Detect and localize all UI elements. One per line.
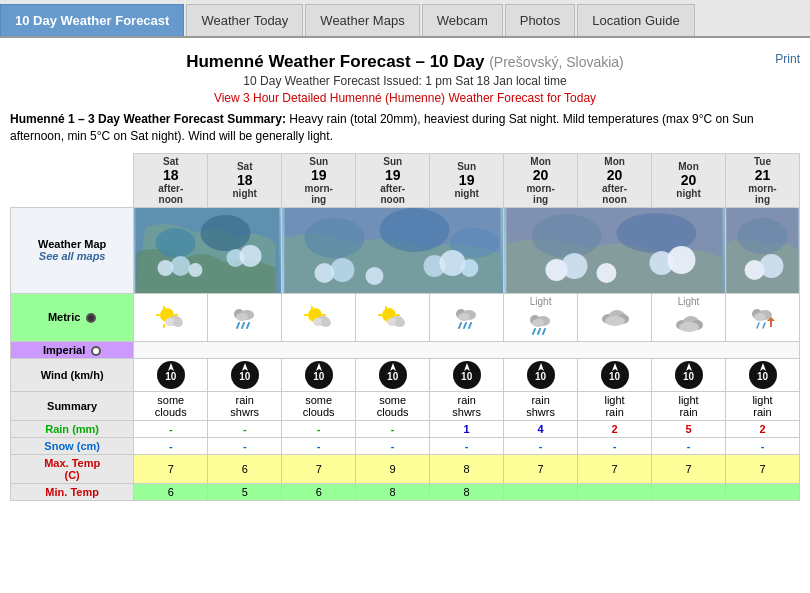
mintemp-5	[504, 483, 578, 500]
wind-arrow-6	[601, 361, 629, 389]
col-header-6: Mon 20 after-noon	[578, 153, 652, 207]
tab-webcam[interactable]: Webcam	[422, 4, 503, 36]
summary-label-cell: Summary	[11, 391, 134, 420]
imperial-radio[interactable]	[91, 346, 101, 356]
svg-marker-86	[390, 363, 396, 371]
summary-7: lightrain	[652, 391, 726, 420]
see-all-maps-link[interactable]: See all maps	[39, 250, 106, 262]
tab-location[interactable]: Location Guide	[577, 4, 694, 36]
print-link[interactable]: Print	[775, 52, 800, 66]
snow-8: -	[726, 437, 800, 454]
icon-col-2	[282, 293, 356, 341]
maxtemp-3: 9	[356, 454, 430, 483]
svg-point-10	[380, 208, 450, 252]
svg-rect-45	[311, 306, 313, 310]
mintemp-0: 6	[134, 483, 208, 500]
svg-point-37	[173, 319, 183, 327]
svg-point-17	[461, 259, 479, 277]
svg-line-42	[242, 323, 244, 328]
svg-point-19	[532, 214, 602, 258]
weather-map-label: Weather Map	[12, 238, 132, 250]
mintemp-8	[726, 483, 800, 500]
mintemp-1: 5	[208, 483, 282, 500]
rain-5: 4	[504, 420, 578, 437]
mintemp-6	[578, 483, 652, 500]
svg-point-29	[760, 254, 784, 278]
svg-point-5	[189, 263, 203, 277]
svg-point-4	[171, 256, 191, 276]
metric-imperial-row: Metric	[11, 293, 800, 341]
svg-point-57	[395, 319, 405, 327]
min-temp-row: Min. Temp 6 5 6 8 8	[11, 483, 800, 500]
weather-icon-6	[599, 301, 631, 333]
svg-point-2	[201, 215, 251, 251]
metric-cell: Metric	[11, 293, 134, 341]
svg-point-25	[668, 246, 696, 274]
summary-0: someclouds	[134, 391, 208, 420]
svg-marker-88	[538, 363, 544, 371]
svg-rect-46	[304, 314, 308, 316]
tab-maps[interactable]: Weather Maps	[305, 4, 419, 36]
tab-photos[interactable]: Photos	[505, 4, 575, 36]
svg-marker-85	[316, 363, 322, 371]
snow-7: -	[652, 437, 726, 454]
metric-radio[interactable]	[86, 313, 96, 323]
icon-col-8	[726, 293, 800, 341]
map-svg-tue	[726, 208, 799, 293]
detail-link[interactable]: View 3 Hour Detailed Humenné (Humenne) W…	[10, 91, 800, 105]
svg-line-82	[763, 323, 765, 328]
map-label-cell: Weather Map See all maps	[11, 207, 134, 293]
map-group-tue	[726, 207, 800, 293]
wind-1: 10	[208, 358, 282, 391]
wind-arrow-0	[157, 361, 185, 389]
svg-marker-91	[760, 363, 766, 371]
svg-rect-54	[396, 314, 400, 316]
snow-label-cell: Snow (cm)	[11, 437, 134, 454]
wind-8: 10	[726, 358, 800, 391]
summary-8: lightrain	[726, 391, 800, 420]
snow-row: Snow (cm) - - - - - - - - -	[11, 437, 800, 454]
summary-4: rainshwrs	[430, 391, 504, 420]
svg-point-77	[679, 322, 699, 332]
tab-today[interactable]: Weather Today	[186, 4, 303, 36]
forecast-summary: Humenné 1 – 3 Day Weather Forecast Summa…	[10, 111, 800, 145]
icon-col-7: Light	[652, 293, 726, 341]
svg-point-40	[236, 313, 248, 321]
svg-rect-53	[378, 314, 382, 316]
wind-arrow-8	[749, 361, 777, 389]
col-header-0: Sat 18 after-noon	[134, 153, 208, 207]
rain-7: 5	[652, 420, 726, 437]
rain-8: 2	[726, 420, 800, 437]
map-group-mon	[504, 207, 726, 293]
tab-bar: 10 Day Weather Forecast Weather Today We…	[0, 0, 810, 38]
svg-point-27	[738, 218, 788, 254]
wind-3: 10	[356, 358, 430, 391]
svg-point-50	[321, 319, 331, 327]
imperial-cell: Imperial	[11, 341, 134, 358]
page-title: Humenné Weather Forecast – 10 Day (Prešo…	[10, 52, 800, 72]
svg-rect-32	[163, 324, 165, 328]
icon-col-3	[356, 293, 430, 341]
svg-line-68	[538, 329, 540, 334]
rain-3: -	[356, 420, 430, 437]
svg-marker-83	[168, 363, 174, 371]
mintemp-2: 6	[282, 483, 356, 500]
rain-label-cell: Rain (mm)	[11, 420, 134, 437]
wind-0: 10	[134, 358, 208, 391]
tab-10day[interactable]: 10 Day Weather Forecast	[0, 4, 184, 36]
snow-6: -	[578, 437, 652, 454]
svg-point-66	[532, 319, 544, 327]
map-svg-mon	[504, 208, 725, 293]
svg-marker-87	[464, 363, 470, 371]
maxtemp-8: 7	[726, 454, 800, 483]
wind-arrow-4	[453, 361, 481, 389]
svg-line-67	[533, 329, 535, 334]
rain-1: -	[208, 420, 282, 437]
svg-point-14	[366, 267, 384, 285]
map-group-sun	[282, 207, 504, 293]
weather-icon-3	[377, 301, 409, 333]
snow-3: -	[356, 437, 430, 454]
col-header-1: Sat 18 night	[208, 153, 282, 207]
col-header-5: Mon 20 morn-ing	[504, 153, 578, 207]
svg-rect-52	[385, 306, 387, 310]
